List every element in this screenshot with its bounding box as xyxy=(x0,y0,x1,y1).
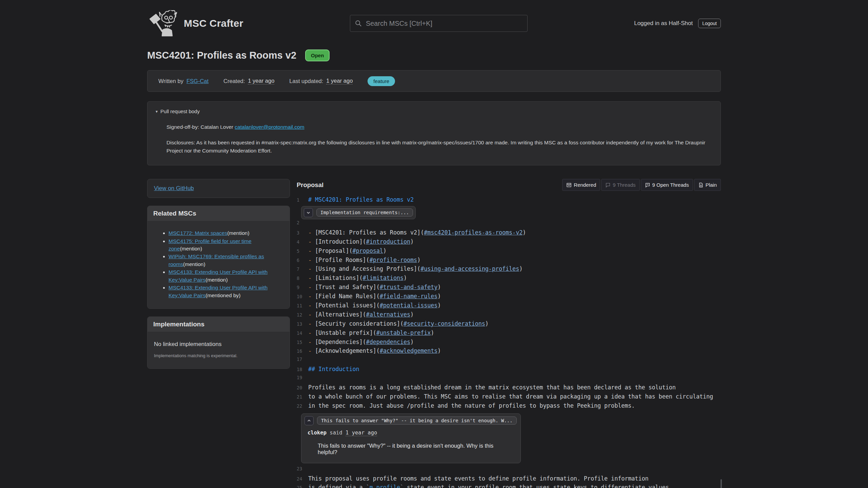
line-number: 22 xyxy=(297,403,308,409)
code-anchor-link[interactable]: #using-and-accessing-profiles xyxy=(420,265,519,272)
code-anchor-link[interactable]: #field-name-rules xyxy=(380,293,438,300)
line-content: - [MSC4201: Profiles as Rooms v2](#msc42… xyxy=(308,229,526,236)
created: Created: 1 year ago xyxy=(223,78,274,84)
implementations-title: Implementations xyxy=(147,317,290,332)
expand-thread-button[interactable] xyxy=(304,208,313,217)
signoff-email-link[interactable]: catalanlover@protonmail.com xyxy=(235,124,304,130)
related-mscs-list: MSC1772: Matrix spaces(mention)MSC4175: … xyxy=(156,229,285,299)
code-line: 3- [MSC4201: Profiles as Rooms v2](#msc4… xyxy=(297,229,721,238)
code-line: 22in the spec room. Just abuse /profile … xyxy=(297,402,721,411)
view-on-github-link[interactable]: View on GitHub xyxy=(154,185,194,191)
line-number: 7 xyxy=(297,266,308,272)
code-anchor-link[interactable]: #proposal xyxy=(352,247,383,254)
line-number: 18 xyxy=(297,367,308,372)
code-anchor-link[interactable]: #alternatives xyxy=(366,311,410,318)
written-by: Written by FSG-Cat xyxy=(158,78,209,84)
code-line: 12- [Alternatives](#alternatives) xyxy=(297,311,721,320)
related-msc-relation: (mentioned by) xyxy=(205,292,240,298)
related-msc-item: MSC4175: Profile field for user time zon… xyxy=(169,238,285,253)
code-anchor-link[interactable]: #msc4201-profiles-as-rooms-v2 xyxy=(424,229,522,236)
code-line: 15- [Dependencies](#dependencies) xyxy=(297,339,721,348)
line-number: 21 xyxy=(297,394,308,400)
code-anchor-link[interactable]: #dependencies xyxy=(366,339,410,345)
code-line: 16- [Acknowledgements](#acknowledgements… xyxy=(297,347,721,357)
code-anchor-link[interactable]: #profile-rooms xyxy=(370,257,417,263)
logout-button[interactable]: Logout xyxy=(698,19,721,28)
created-value: 1 year ago xyxy=(248,78,274,84)
line-number: 16 xyxy=(297,348,308,354)
line-content: - [Security considerations](#security-co… xyxy=(308,320,489,327)
related-msc-item: WIPish: MSC1769: Extensible profiles as … xyxy=(169,253,285,268)
view-button-label: Plain xyxy=(706,182,717,188)
goblin-hammer-logo-icon xyxy=(147,10,177,37)
collapse-thread-button[interactable] xyxy=(304,416,314,425)
code-line: 23 xyxy=(297,466,721,475)
pull-request-body-panel: ▾ Pull request body Signed-off-by: Catal… xyxy=(147,101,721,165)
thread-preview-pill[interactable]: This fails to answer "Why?" -- it being … xyxy=(317,416,517,425)
line-content: - [Dependencies](#dependencies) xyxy=(308,339,414,345)
thread-preview-pill[interactable]: Implementation requirements:... xyxy=(316,208,413,217)
line-number: 5 xyxy=(297,248,308,254)
view-button-9-threads[interactable]: 9 Threads xyxy=(601,179,639,191)
line-content: - [Limitations](#limitations) xyxy=(308,274,407,281)
related-msc-relation: (mention) xyxy=(180,246,202,251)
status-badge: Open xyxy=(305,49,330,61)
pr-body-toggle[interactable]: ▾ Pull request body xyxy=(156,108,712,114)
sidebar: View on GitHub Related MSCs MSC1772: Mat… xyxy=(147,179,290,369)
code-anchor-link[interactable]: #potential-issues xyxy=(380,302,438,309)
signed-off-text: Signed-off-by: Catalan Lover xyxy=(166,124,235,130)
view-button-plain[interactable]: Plain xyxy=(694,179,721,191)
code-anchor-link[interactable]: #limitations xyxy=(363,274,403,281)
meta-bar: Written by FSG-Cat Created: 1 year ago L… xyxy=(147,70,721,92)
code-line: 2 xyxy=(297,220,721,229)
line-number: 14 xyxy=(297,330,308,336)
plain-icon xyxy=(698,182,704,188)
code-scrollbar[interactable] xyxy=(721,479,722,488)
thread-body: clokep said 1 year ago This fails to ans… xyxy=(301,428,520,463)
line-content: to a whole bunch of our problems. This M… xyxy=(308,393,713,400)
line-number: 10 xyxy=(297,294,308,299)
line-number: 8 xyxy=(297,276,308,281)
comment-author: clokep xyxy=(308,430,327,436)
main-layout: View on GitHub Related MSCs MSC1772: Mat… xyxy=(147,179,721,488)
disclosures-text: Disclosures: As it has been requested in… xyxy=(166,139,706,155)
comment-text: This fails to answer "Why?" -- it being … xyxy=(318,443,514,455)
comment-timestamp: 1 year ago xyxy=(346,430,377,436)
code-line: 6- [Profile Rooms](#profile-rooms) xyxy=(297,257,721,266)
view-button-9-open-threads[interactable]: 9 Open Threads xyxy=(641,179,693,191)
title-row: MSC4201: Profiles as Rooms v2 Open xyxy=(147,49,721,61)
code-anchor-link[interactable]: #unstable-prefix xyxy=(376,329,431,336)
code-line: 1# MSC4201: Profiles as Rooms v2 xyxy=(297,196,721,205)
line-content: Profiles as rooms is a long established … xyxy=(308,384,676,391)
code-anchor-link[interactable]: #trust-and-safety xyxy=(380,284,438,290)
proposal-title: Proposal xyxy=(297,181,323,189)
search-input[interactable] xyxy=(350,15,528,32)
related-msc-item: MSC4133: Extending User Profile API with… xyxy=(169,284,285,299)
code-anchor-link[interactable]: #security-considerations xyxy=(403,320,485,327)
code-line: 10- [Field Name Rules](#field-name-rules… xyxy=(297,293,721,302)
disclosure-triangle-icon: ▾ xyxy=(156,109,158,114)
view-button-rendered[interactable]: Rendered xyxy=(562,179,600,191)
login-status: Logged in as Half-Shot xyxy=(634,20,693,27)
line-number: 19 xyxy=(297,375,308,380)
line-content: - [Profile Rooms](#profile-rooms) xyxy=(308,257,420,263)
code-line: 18## Introduction xyxy=(297,366,721,375)
code-anchor-link[interactable]: #acknowledgements xyxy=(380,347,438,354)
author-link[interactable]: FSG-Cat xyxy=(186,78,209,84)
line-content: - [Field Name Rules](#field-name-rules) xyxy=(308,293,441,300)
related-msc-link[interactable]: MSC1772: Matrix spaces xyxy=(169,230,227,236)
account-area: Logged in as Half-Shot Logout xyxy=(634,19,721,28)
comment-byline: clokep said 1 year ago xyxy=(308,430,514,436)
view-button-label: 9 Threads xyxy=(613,182,635,188)
app-title: MSC Crafter xyxy=(184,18,243,29)
open-review-thread: This fails to answer "Why?" -- it being … xyxy=(301,413,521,463)
line-content: - [Alternatives](#alternatives) xyxy=(308,311,414,318)
code-anchor-link[interactable]: #introduction xyxy=(366,238,410,245)
proposal-header: Proposal Rendered9 Threads9 Open Threads… xyxy=(297,179,721,191)
implementations-note: Implementations matching is experimental… xyxy=(154,353,283,358)
code-lines: 1# MSC4201: Profiles as Rooms v2 Impleme… xyxy=(297,196,721,488)
line-number: 20 xyxy=(297,385,308,390)
code-line: 24This proposal uses profile rooms and s… xyxy=(297,475,721,484)
related-msc-item: MSC4133: Extending User Profile API with… xyxy=(169,268,285,284)
implementations-body: No linked implementations Implementation… xyxy=(147,332,290,368)
